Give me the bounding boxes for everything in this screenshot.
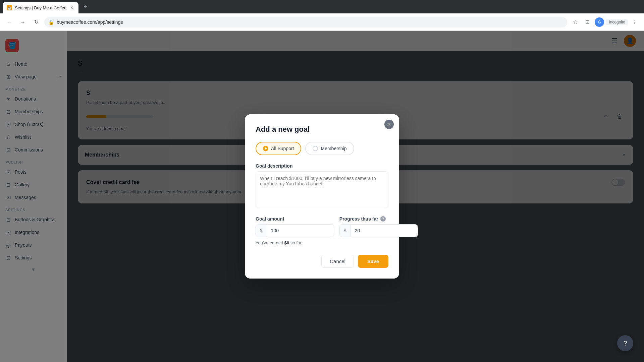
browser-window: ☕ Settings | Buy Me a Coffee ✕ + ← → ↻ 🔒… (0, 0, 644, 362)
progress-label: Progress thus far (339, 216, 378, 222)
amount-row: Goal amount $ Progress thus far ? $ (256, 216, 388, 237)
tab-favicon: ☕ (7, 5, 12, 10)
goal-description-label: Goal description (256, 163, 388, 169)
extension-button[interactable]: ⊡ (582, 17, 593, 27)
profile-avatar: G (595, 17, 604, 27)
modal-overlay: × Add a new goal All Support Membership … (0, 31, 644, 362)
toolbar-actions: ☆ ⊡ G Incognito ⋮ (570, 17, 640, 27)
goal-description-textarea[interactable] (256, 171, 388, 208)
add-goal-modal: × Add a new goal All Support Membership … (245, 114, 399, 279)
forward-button[interactable]: → (17, 17, 28, 27)
earned-amount: $0 (284, 240, 289, 245)
url-display: buymeacoffee.com/app/settings (57, 19, 563, 25)
help-fab-button[interactable]: ? (617, 335, 633, 351)
progress-input[interactable] (351, 225, 418, 237)
progress-currency: $ (340, 225, 351, 237)
profile-picture-button[interactable]: G (594, 17, 605, 27)
radio-dot-membership (313, 146, 318, 151)
goal-amount-currency: $ (256, 225, 267, 237)
bookmark-button[interactable]: ☆ (570, 17, 581, 27)
modal-actions: Cancel Save (256, 255, 388, 268)
radio-label-membership: Membership (321, 146, 346, 151)
radio-option-membership[interactable]: Membership (305, 142, 354, 155)
back-button[interactable]: ← (4, 17, 15, 27)
tab-title: Settings | Buy Me a Coffee (15, 5, 66, 10)
menu-button[interactable]: ⋮ (629, 17, 640, 27)
goal-amount-wrapper: Goal amount $ (256, 216, 334, 237)
radio-dot-all-support (263, 146, 268, 151)
earned-prefix: You've earned (256, 240, 284, 245)
new-tab-button[interactable]: + (80, 2, 90, 11)
modal-title: Add a new goal (256, 125, 388, 134)
radio-option-all-support[interactable]: All Support (256, 142, 301, 155)
progress-label-row: Progress thus far ? (339, 216, 418, 222)
tab-close-button[interactable]: ✕ (69, 5, 74, 10)
progress-help-icon[interactable]: ? (380, 216, 386, 222)
earned-suffix: so far. (289, 240, 302, 245)
cancel-button[interactable]: Cancel (321, 255, 354, 268)
progress-input-row: $ (339, 224, 418, 237)
goal-amount-label: Goal amount (256, 216, 334, 222)
goal-amount-input[interactable] (267, 225, 334, 237)
tab-bar: ☕ Settings | Buy Me a Coffee ✕ + (0, 0, 644, 13)
goal-amount-input-row: $ (256, 224, 334, 237)
save-button[interactable]: Save (358, 255, 388, 268)
browser-toolbar: ← → ↻ 🔒 buymeacoffee.com/app/settings ☆ … (0, 13, 644, 31)
address-bar[interactable]: 🔒 buymeacoffee.com/app/settings (44, 17, 567, 27)
modal-close-button[interactable]: × (384, 120, 394, 129)
earned-text: You've earned $0 so far. (256, 240, 388, 245)
goal-type-radio-group: All Support Membership (256, 142, 388, 155)
progress-wrapper: Progress thus far ? $ (339, 216, 418, 237)
active-tab[interactable]: ☕ Settings | Buy Me a Coffee ✕ (3, 2, 78, 13)
incognito-label: Incognito (606, 19, 628, 25)
radio-label-all-support: All Support (271, 146, 294, 151)
reload-button[interactable]: ↻ (31, 17, 42, 27)
